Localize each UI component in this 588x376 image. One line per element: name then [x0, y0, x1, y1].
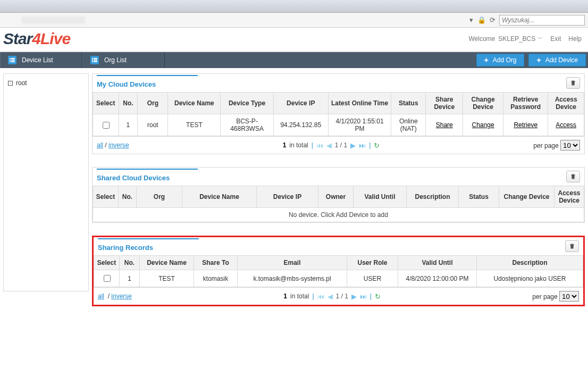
- th-select: Select: [94, 256, 120, 270]
- browser-search-input[interactable]: [499, 15, 585, 26]
- select-all-link[interactable]: all: [97, 141, 103, 149]
- browser-tab-bar: [0, 0, 588, 13]
- svg-rect-6: [92, 58, 93, 59]
- delete-button[interactable]: [565, 240, 579, 252]
- last-page-icon[interactable]: ⏭: [359, 141, 366, 149]
- panel-shared-cloud-devices: Shared Cloud Devices Select No. Org Devi…: [92, 167, 585, 223]
- nav-bar: Device List Org List +Add Org +Add Devic…: [0, 52, 588, 68]
- table-my-cloud: Select No. Org Device Name Device Type D…: [93, 92, 584, 136]
- first-page-icon[interactable]: ⏮: [317, 293, 324, 300]
- brand-part2: 4Live: [32, 30, 70, 47]
- panel-sharing-records: Sharing Records Select No. Device Name S…: [92, 236, 585, 306]
- svg-rect-7: [94, 58, 97, 59]
- th-ip: Device IP: [273, 93, 328, 114]
- username: SKLEP_BCS: [498, 35, 535, 43]
- list-icon: [90, 56, 99, 64]
- cell-role: USER: [347, 270, 398, 287]
- panel-title: My Cloud Devices: [97, 78, 156, 88]
- add-org-button[interactable]: +Add Org: [476, 54, 525, 66]
- select-inverse-link[interactable]: inverse: [108, 141, 129, 149]
- svg-rect-9: [94, 60, 97, 61]
- th-time: Latest Online Time: [328, 93, 391, 114]
- user-menu[interactable]: SKLEP_BCS ﹀: [498, 35, 543, 43]
- trash-icon: [569, 243, 575, 249]
- th-ip: Device IP: [257, 186, 318, 208]
- access-link[interactable]: Access: [556, 121, 576, 129]
- prev-page-icon[interactable]: ◀: [326, 141, 332, 149]
- th-status: Status: [391, 93, 426, 114]
- total-count: 1: [283, 293, 287, 300]
- change-link[interactable]: Change: [472, 121, 494, 129]
- svg-rect-0: [10, 58, 11, 59]
- pager-mid: 1 in total | ⏮ ◀ 1 / 1 ▶ ⏭ | ↻: [132, 293, 532, 300]
- th-role: User Role: [347, 256, 398, 270]
- per-page-select[interactable]: 10: [560, 140, 580, 151]
- dropdown-icon[interactable]: ▾: [467, 16, 475, 24]
- content-column: My Cloud Devices Select No. Org Device N…: [92, 73, 585, 306]
- cell-type: BCS-P-468R3WSA: [221, 114, 273, 136]
- th-shareto: Share To: [194, 256, 238, 270]
- per-page-select[interactable]: 10: [559, 291, 579, 302]
- next-page-icon[interactable]: ▶: [350, 141, 356, 149]
- lock-icon: 🔒: [478, 16, 485, 24]
- brand-logo: Star4Live: [3, 30, 70, 48]
- pager-right: per page 10: [532, 291, 579, 302]
- select-inverse-link[interactable]: inverse: [111, 293, 132, 300]
- welcome-label: Welcome: [468, 35, 495, 43]
- th-name: Device Name: [140, 256, 194, 270]
- select-all-link[interactable]: all: [98, 293, 104, 300]
- page-indicator: 1 / 1: [336, 293, 348, 300]
- add-device-button[interactable]: +Add Device: [528, 54, 586, 66]
- table-header-row: Select No. Device Name Share To Email Us…: [94, 256, 583, 270]
- th-valid: Valid Until: [354, 186, 407, 208]
- reload-icon[interactable]: ⟳: [489, 16, 496, 24]
- th-no: No.: [119, 93, 138, 114]
- prev-page-icon[interactable]: ◀: [327, 293, 333, 300]
- list-icon: [8, 56, 16, 64]
- pager-left: all / inverse: [97, 141, 129, 149]
- cell-name: TEST: [168, 114, 221, 136]
- share-link[interactable]: Share: [436, 121, 453, 129]
- table-row: 1 root TEST BCS-P-468R3WSA 94.254.132.85…: [93, 114, 584, 136]
- th-select: Select: [93, 186, 119, 208]
- refresh-icon[interactable]: ↻: [375, 293, 381, 300]
- nav-org-list[interactable]: Org List: [82, 52, 165, 68]
- refresh-icon[interactable]: ↻: [374, 141, 380, 149]
- row-checkbox[interactable]: [103, 122, 110, 129]
- panel-title: Shared Cloud Devices: [97, 172, 170, 182]
- th-org: Org: [137, 186, 182, 208]
- plus-icon: +: [484, 56, 489, 64]
- th-select: Select: [93, 93, 119, 114]
- first-page-icon[interactable]: ⏮: [316, 141, 323, 149]
- expand-icon[interactable]: ·: [8, 81, 13, 86]
- app-header: Star4Live Welcome SKLEP_BCS ﹀ Exit Help: [0, 28, 588, 52]
- th-valid: Valid Until: [398, 256, 477, 270]
- nav-device-list[interactable]: Device List: [0, 52, 82, 68]
- tree-root[interactable]: · root: [8, 79, 84, 87]
- panel-title: Sharing Records: [98, 241, 153, 252]
- row-checkbox[interactable]: [104, 275, 111, 282]
- total-count: 1: [283, 141, 287, 149]
- next-page-icon[interactable]: ▶: [351, 293, 357, 300]
- org-tree: · root: [3, 73, 89, 291]
- delete-button[interactable]: [566, 171, 580, 182]
- retrieve-link[interactable]: Retrieve: [514, 121, 537, 129]
- main-area: · root My Cloud Devices Select No. Org D…: [0, 68, 588, 312]
- th-email: Email: [238, 256, 347, 270]
- total-text: in total: [290, 293, 309, 300]
- exit-link[interactable]: Exit: [550, 35, 561, 43]
- cell-ip: 94.254.132.85: [273, 114, 328, 136]
- last-page-icon[interactable]: ⏭: [360, 293, 367, 300]
- th-access: Access Device: [555, 186, 584, 208]
- cell-time: 4/1/2020 1:55:01 PM: [328, 114, 391, 136]
- svg-rect-8: [92, 60, 93, 61]
- chevron-down-icon: ﹀: [537, 35, 543, 43]
- cell-no: 1: [120, 270, 140, 287]
- th-type: Device Type: [221, 93, 273, 114]
- pager: all / inverse 1 in total | ⏮ ◀ 1 / 1 ▶ ⏭…: [93, 136, 584, 154]
- delete-button[interactable]: [566, 77, 580, 89]
- help-link[interactable]: Help: [568, 35, 582, 43]
- brand-part1: Star: [3, 30, 32, 47]
- th-name: Device Name: [168, 93, 221, 114]
- page-indicator: 1 / 1: [335, 141, 347, 149]
